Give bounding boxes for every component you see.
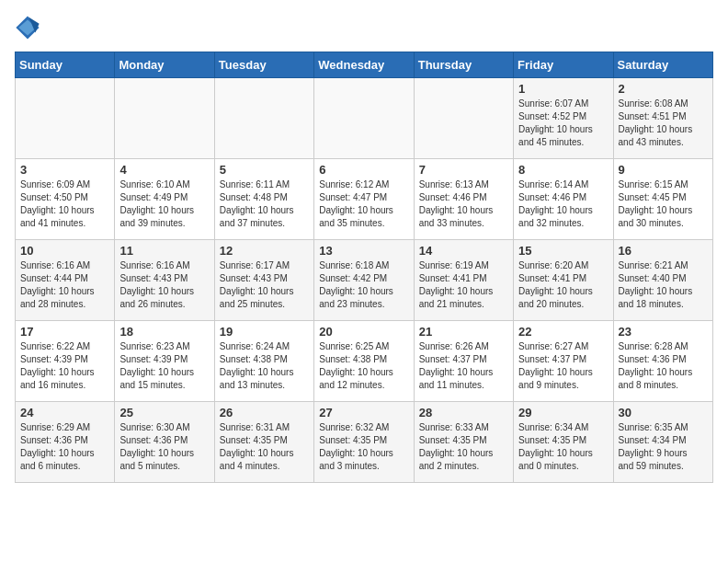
day-number: 17 [20,325,109,339]
day-info: Sunrise: 6:18 AM Sunset: 4:42 PM Dayligh… [319,259,408,311]
day-info: Sunrise: 6:11 AM Sunset: 4:48 PM Dayligh… [220,178,309,230]
day-info: Sunrise: 6:27 AM Sunset: 4:37 PM Dayligh… [518,340,608,392]
day-number: 26 [220,406,309,419]
calendar-cell: 22Sunrise: 6:27 AM Sunset: 4:37 PM Dayli… [514,321,613,402]
day-info: Sunrise: 6:17 AM Sunset: 4:43 PM Dayligh… [220,259,309,311]
day-info: Sunrise: 6:22 AM Sunset: 4:39 PM Dayligh… [20,340,109,392]
calendar-cell [214,78,313,159]
calendar-cell: 20Sunrise: 6:25 AM Sunset: 4:38 PM Dayli… [314,321,414,402]
weekday-header-row: SundayMondayTuesdayWednesdayThursdayFrid… [16,52,713,78]
calendar-cell [115,78,214,159]
day-number: 24 [20,406,109,419]
logo [15,15,44,40]
calendar-week-row: 1Sunrise: 6:07 AM Sunset: 4:52 PM Daylig… [16,78,713,159]
day-info: Sunrise: 6:09 AM Sunset: 4:50 PM Dayligh… [20,178,109,230]
calendar-cell [314,78,414,159]
calendar-week-row: 24Sunrise: 6:29 AM Sunset: 4:36 PM Dayli… [16,402,713,483]
day-number: 22 [518,325,608,339]
day-info: Sunrise: 6:16 AM Sunset: 4:44 PM Dayligh… [20,259,109,311]
day-number: 16 [619,244,708,258]
day-number: 30 [619,406,708,419]
calendar-week-row: 3Sunrise: 6:09 AM Sunset: 4:50 PM Daylig… [16,159,713,240]
day-info: Sunrise: 6:20 AM Sunset: 4:41 PM Dayligh… [518,259,608,311]
day-info: Sunrise: 6:29 AM Sunset: 4:36 PM Dayligh… [20,421,109,473]
calendar-cell: 27Sunrise: 6:32 AM Sunset: 4:35 PM Dayli… [314,402,414,483]
calendar-cell: 11Sunrise: 6:16 AM Sunset: 4:43 PM Dayli… [115,240,214,321]
day-number: 10 [20,244,109,258]
day-number: 29 [518,406,608,419]
calendar-cell: 14Sunrise: 6:19 AM Sunset: 4:41 PM Dayli… [414,240,513,321]
calendar-cell: 26Sunrise: 6:31 AM Sunset: 4:35 PM Dayli… [214,402,313,483]
day-info: Sunrise: 6:23 AM Sunset: 4:39 PM Dayligh… [119,340,209,392]
calendar-cell: 23Sunrise: 6:28 AM Sunset: 4:36 PM Dayli… [613,321,712,402]
calendar-cell [16,78,115,159]
calendar-cell: 24Sunrise: 6:29 AM Sunset: 4:36 PM Dayli… [16,402,115,483]
day-info: Sunrise: 6:13 AM Sunset: 4:46 PM Dayligh… [419,178,508,230]
weekday-header-friday: Friday [514,52,613,78]
day-number: 19 [220,325,309,339]
calendar-cell: 4Sunrise: 6:10 AM Sunset: 4:49 PM Daylig… [115,159,214,240]
day-number: 13 [319,244,408,258]
calendar-cell: 13Sunrise: 6:18 AM Sunset: 4:42 PM Dayli… [314,240,414,321]
day-number: 9 [619,163,708,177]
day-number: 2 [619,82,708,96]
calendar-cell: 1Sunrise: 6:07 AM Sunset: 4:52 PM Daylig… [514,78,613,159]
day-number: 21 [419,325,508,339]
day-number: 1 [518,82,608,96]
calendar-cell: 10Sunrise: 6:16 AM Sunset: 4:44 PM Dayli… [16,240,115,321]
calendar-cell: 5Sunrise: 6:11 AM Sunset: 4:48 PM Daylig… [214,159,313,240]
calendar-week-row: 10Sunrise: 6:16 AM Sunset: 4:44 PM Dayli… [16,240,713,321]
calendar-cell: 15Sunrise: 6:20 AM Sunset: 4:41 PM Dayli… [514,240,613,321]
day-number: 23 [619,325,708,339]
day-info: Sunrise: 6:12 AM Sunset: 4:47 PM Dayligh… [319,178,408,230]
weekday-header-thursday: Thursday [414,52,513,78]
calendar-cell: 17Sunrise: 6:22 AM Sunset: 4:39 PM Dayli… [16,321,115,402]
day-info: Sunrise: 6:25 AM Sunset: 4:38 PM Dayligh… [319,340,408,392]
calendar-cell: 29Sunrise: 6:34 AM Sunset: 4:35 PM Dayli… [514,402,613,483]
weekday-header-tuesday: Tuesday [214,52,313,78]
calendar-cell: 12Sunrise: 6:17 AM Sunset: 4:43 PM Dayli… [214,240,313,321]
day-info: Sunrise: 6:28 AM Sunset: 4:36 PM Dayligh… [619,340,708,392]
day-info: Sunrise: 6:07 AM Sunset: 4:52 PM Dayligh… [518,98,608,149]
page-header [15,15,713,40]
calendar-cell: 18Sunrise: 6:23 AM Sunset: 4:39 PM Dayli… [115,321,214,402]
calendar-cell: 25Sunrise: 6:30 AM Sunset: 4:36 PM Dayli… [115,402,214,483]
weekday-header-monday: Monday [115,52,214,78]
logo-icon [15,15,40,40]
calendar-cell: 21Sunrise: 6:26 AM Sunset: 4:37 PM Dayli… [414,321,513,402]
day-info: Sunrise: 6:33 AM Sunset: 4:35 PM Dayligh… [419,421,508,473]
calendar-cell: 6Sunrise: 6:12 AM Sunset: 4:47 PM Daylig… [314,159,414,240]
day-info: Sunrise: 6:10 AM Sunset: 4:49 PM Dayligh… [119,178,209,230]
calendar-cell: 16Sunrise: 6:21 AM Sunset: 4:40 PM Dayli… [613,240,712,321]
day-info: Sunrise: 6:19 AM Sunset: 4:41 PM Dayligh… [419,259,508,311]
day-number: 3 [20,163,109,177]
day-number: 11 [119,244,209,258]
calendar-cell: 9Sunrise: 6:15 AM Sunset: 4:45 PM Daylig… [613,159,712,240]
calendar-cell: 30Sunrise: 6:35 AM Sunset: 4:34 PM Dayli… [613,402,712,483]
day-info: Sunrise: 6:24 AM Sunset: 4:38 PM Dayligh… [220,340,309,392]
weekday-header-wednesday: Wednesday [314,52,414,78]
day-number: 5 [220,163,309,177]
day-number: 14 [419,244,508,258]
day-info: Sunrise: 6:35 AM Sunset: 4:34 PM Dayligh… [619,421,708,473]
day-number: 18 [119,325,209,339]
day-info: Sunrise: 6:26 AM Sunset: 4:37 PM Dayligh… [419,340,508,392]
day-info: Sunrise: 6:21 AM Sunset: 4:40 PM Dayligh… [619,259,708,311]
calendar-week-row: 17Sunrise: 6:22 AM Sunset: 4:39 PM Dayli… [16,321,713,402]
weekday-header-saturday: Saturday [613,52,712,78]
calendar-cell: 2Sunrise: 6:08 AM Sunset: 4:51 PM Daylig… [613,78,712,159]
day-number: 12 [220,244,309,258]
weekday-header-sunday: Sunday [16,52,115,78]
day-number: 27 [319,406,408,419]
calendar-cell: 19Sunrise: 6:24 AM Sunset: 4:38 PM Dayli… [214,321,313,402]
day-number: 6 [319,163,408,177]
day-number: 28 [419,406,508,419]
day-info: Sunrise: 6:08 AM Sunset: 4:51 PM Dayligh… [619,98,708,149]
day-info: Sunrise: 6:34 AM Sunset: 4:35 PM Dayligh… [518,421,608,473]
day-number: 25 [119,406,209,419]
calendar-cell: 28Sunrise: 6:33 AM Sunset: 4:35 PM Dayli… [414,402,513,483]
day-info: Sunrise: 6:14 AM Sunset: 4:46 PM Dayligh… [518,178,608,230]
day-info: Sunrise: 6:30 AM Sunset: 4:36 PM Dayligh… [119,421,209,473]
calendar-cell: 8Sunrise: 6:14 AM Sunset: 4:46 PM Daylig… [514,159,613,240]
day-info: Sunrise: 6:31 AM Sunset: 4:35 PM Dayligh… [220,421,309,473]
